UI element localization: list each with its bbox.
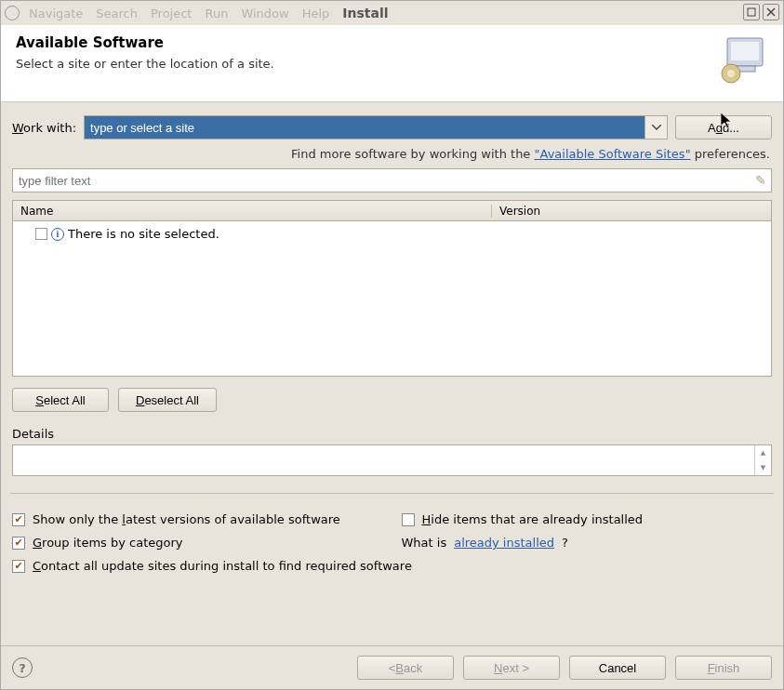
details-box: ▲▼	[12, 445, 772, 476]
opt-contact-sites[interactable]: Contact all update sites during install …	[12, 559, 772, 573]
opt-show-latest[interactable]: Show only the latest versions of availab…	[12, 512, 383, 526]
already-installed-link[interactable]: already installed	[454, 536, 554, 550]
menu-help: Help	[302, 7, 330, 20]
column-name[interactable]: Name	[13, 205, 492, 218]
install-dialog: Navigate Search Project Run Window Help …	[0, 0, 784, 690]
row-checkbox[interactable]	[35, 228, 47, 240]
checkbox-icon[interactable]	[12, 513, 25, 526]
checkbox-icon[interactable]	[12, 537, 25, 550]
back-button[interactable]: < Back	[357, 656, 454, 680]
checkbox-icon[interactable]	[12, 560, 25, 573]
app-icon	[5, 6, 20, 20]
svg-point-7	[727, 70, 735, 77]
background-menu: Navigate Search Project Run Window Help	[29, 7, 329, 20]
filter-row[interactable]: ✎	[12, 168, 772, 192]
add-button[interactable]: Add...	[675, 115, 772, 139]
opt-group-category[interactable]: Group items by category	[12, 536, 383, 550]
details-label: Details	[12, 427, 772, 441]
close-button[interactable]	[763, 4, 779, 20]
select-all-button[interactable]: Select All	[12, 388, 109, 412]
what-is-installed: What is already installed?	[402, 536, 773, 550]
help-icon[interactable]: ?	[12, 657, 33, 678]
footer: ? < Back Next > Cancel Finish	[1, 645, 783, 689]
page-title: Available Software	[16, 34, 274, 51]
cancel-button[interactable]: Cancel	[569, 656, 666, 680]
menu-search: Search	[96, 7, 138, 20]
menu-project: Project	[151, 7, 192, 20]
hint-line: Find more software by working with the "…	[12, 147, 772, 161]
window-title: Install	[342, 6, 388, 20]
window-controls	[743, 4, 779, 20]
menu-window: Window	[241, 7, 288, 20]
menu-run: Run	[205, 7, 228, 20]
deselect-all-button[interactable]: Deselect All	[118, 388, 217, 412]
available-sites-link[interactable]: "Available Software Sites"	[535, 147, 691, 161]
separator	[10, 493, 774, 494]
menu-navigate: Navigate	[29, 7, 83, 20]
svg-rect-0	[748, 8, 755, 16]
titlebar: Navigate Search Project Run Window Help …	[1, 1, 783, 25]
opt-hide-installed[interactable]: Hide items that are already installed	[402, 512, 773, 526]
work-with-combo[interactable]	[84, 115, 668, 139]
maximize-button[interactable]	[743, 4, 760, 20]
next-button[interactable]: Next >	[463, 656, 560, 680]
column-version[interactable]: Version	[492, 205, 771, 218]
empty-message: There is no site selected.	[68, 227, 219, 241]
software-tree[interactable]: Name Version i There is no site selected…	[12, 200, 772, 377]
tree-header: Name Version	[13, 201, 771, 221]
work-with-label: Work with:	[12, 121, 76, 135]
page-subtitle: Select a site or enter the location of a…	[16, 57, 274, 71]
tree-empty-row: i There is no site selected.	[20, 225, 764, 243]
header-band: Available Software Select a site or ente…	[1, 25, 783, 102]
svg-rect-4	[731, 42, 759, 60]
chevron-down-icon[interactable]	[644, 116, 667, 139]
checkbox-icon[interactable]	[402, 513, 415, 526]
finish-button[interactable]: Finish	[675, 656, 772, 680]
filter-input[interactable]	[13, 174, 751, 188]
details-spinner[interactable]: ▲▼	[754, 445, 771, 475]
info-icon: i	[51, 228, 64, 241]
install-icon	[718, 34, 768, 85]
clear-filter-icon[interactable]: ✎	[751, 173, 771, 188]
work-with-input[interactable]	[85, 116, 644, 139]
